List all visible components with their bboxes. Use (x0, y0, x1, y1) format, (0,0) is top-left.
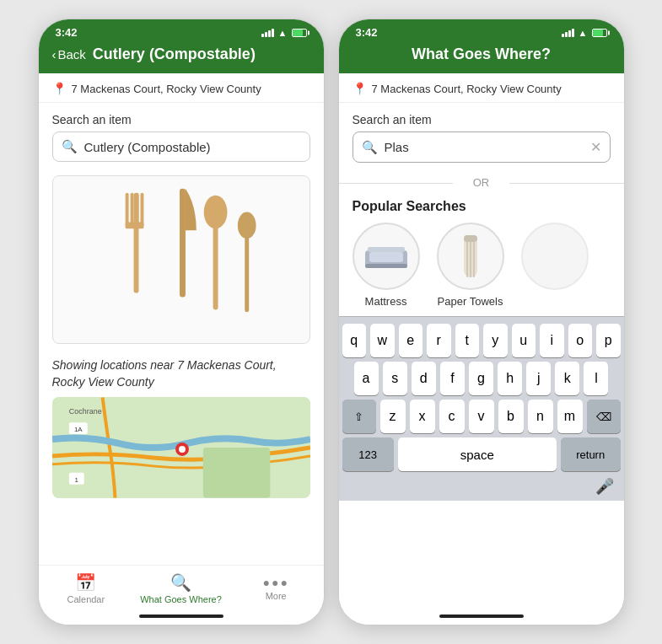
popular-item-paper-towels[interactable]: Paper Towels (437, 223, 504, 308)
phone-body-right: 📍 7 Mackenas Court, Rocky View County Se… (339, 73, 624, 608)
search-nav-icon: 🔍 (170, 572, 191, 593)
svg-rect-7 (213, 226, 218, 309)
bottom-nav-left: 📅 Calendar 🔍 What Goes Where? ●●● More (39, 565, 324, 608)
map-box[interactable]: 1A 1 Cochrane (52, 397, 310, 498)
svg-rect-4 (140, 193, 143, 227)
svg-point-8 (203, 196, 227, 229)
key-q[interactable]: q (342, 324, 367, 357)
location-row-right: 📍 7 Mackenas Court, Rocky View County (339, 73, 624, 103)
key-t[interactable]: t (455, 324, 480, 357)
key-l[interactable]: l (584, 362, 608, 395)
mattress-label: Mattress (365, 295, 407, 308)
key-o[interactable]: o (568, 324, 593, 357)
nav-calendar-label: Calendar (67, 594, 105, 604)
key-f[interactable]: f (440, 362, 465, 395)
paper-towels-circle (437, 223, 504, 290)
shift-key[interactable]: ⇧ (342, 400, 376, 433)
key-u[interactable]: u (512, 324, 536, 357)
key-h[interactable]: h (498, 362, 522, 395)
keyboard-row-2: a s d f g h j k l (354, 362, 609, 395)
battery-icon (292, 29, 307, 37)
svg-rect-22 (365, 264, 407, 268)
key-p[interactable]: p (596, 324, 621, 357)
time-left: 3:42 (56, 26, 78, 39)
svg-rect-3 (135, 193, 138, 227)
key-m[interactable]: m (557, 400, 583, 433)
svg-text:1: 1 (74, 476, 78, 484)
popular-items: Mattress Paper Towels (339, 223, 624, 316)
numbers-key[interactable]: 123 (342, 437, 394, 471)
page-title-left: Cutlery (Compostable) (93, 46, 256, 63)
keyboard-row-3: ⇧ z x c v b n m ⌫ (342, 400, 621, 433)
time-right: 3:42 (356, 26, 378, 39)
nav-calendar[interactable]: 📅 Calendar (39, 572, 134, 604)
key-d[interactable]: d (412, 362, 436, 395)
location-address-left: 7 Mackenas Court, Rocky View County (72, 83, 261, 95)
keyboard-row-1: q w e r t y u i o p (342, 324, 621, 357)
mic-icon[interactable]: 🎤 (595, 477, 614, 496)
back-button[interactable]: ‹ Back (52, 47, 86, 62)
back-label: Back (58, 47, 86, 62)
search-value-right: Plas (385, 140, 584, 154)
search-section-right: Search an item 🔍 Plas ✕ (339, 103, 624, 169)
key-c[interactable]: c (439, 400, 465, 433)
nav-more[interactable]: ●●● More (229, 572, 324, 604)
search-box-left[interactable]: 🔍 Cutlery (Compostable) (52, 131, 310, 162)
cutlery-image-box (52, 175, 310, 344)
nav-more-label: More (266, 591, 287, 601)
search-icon-left: 🔍 (62, 139, 78, 154)
paper-towels-label: Paper Towels (438, 295, 503, 308)
status-bar-right: 3:42 ▲ (339, 19, 624, 42)
wifi-icon-right: ▲ (579, 28, 588, 38)
svg-point-10 (237, 212, 256, 239)
phone-body-left: 📍 7 Mackenas Court, Rocky View County Se… (39, 73, 324, 565)
key-n[interactable]: n (528, 400, 553, 433)
key-w[interactable]: w (370, 324, 395, 357)
key-s[interactable]: s (383, 362, 407, 395)
header-left: ‹ Back Cutlery (Compostable) (39, 42, 324, 73)
key-r[interactable]: r (427, 324, 451, 357)
svg-rect-23 (369, 252, 403, 262)
search-section-left: Search an item 🔍 Cutlery (Compostable) (39, 103, 324, 169)
key-a[interactable]: a (354, 362, 379, 395)
popular-item-mattress[interactable]: Mattress (353, 223, 420, 308)
search-value-left: Cutlery (Compostable) (84, 140, 301, 154)
svg-rect-21 (368, 247, 405, 252)
home-indicator-left (39, 608, 324, 625)
location-row-left: 📍 7 Mackenas Court, Rocky View County (39, 73, 324, 103)
search-icon-right: 🔍 (362, 140, 378, 155)
key-b[interactable]: b (498, 400, 524, 433)
right-phone: 3:42 ▲ What Goes Where? 📍 (338, 19, 625, 625)
svg-text:Cochrane: Cochrane (68, 407, 101, 416)
status-bar-left: 3:42 ▲ (39, 19, 324, 42)
showing-locations-text: Showing locations near 7 Mackenas Court,… (52, 357, 310, 390)
backspace-key[interactable]: ⌫ (587, 400, 621, 433)
svg-rect-12 (202, 448, 269, 498)
mic-row: 🎤 (342, 475, 621, 497)
key-i[interactable]: i (540, 324, 564, 357)
svg-rect-2 (130, 193, 133, 227)
key-j[interactable]: j (526, 362, 551, 395)
chevron-left-icon: ‹ (52, 47, 57, 62)
key-g[interactable]: g (469, 362, 493, 395)
svg-point-14 (179, 446, 186, 453)
return-key[interactable]: return (561, 437, 621, 471)
home-indicator-right (339, 608, 624, 625)
nav-what-goes-where[interactable]: 🔍 What Goes Where? (133, 572, 229, 604)
space-key[interactable]: space (398, 437, 557, 471)
key-v[interactable]: v (469, 400, 494, 433)
svg-rect-5 (125, 222, 143, 228)
map-illustration: 1A 1 Cochrane (52, 397, 310, 498)
key-z[interactable]: z (380, 400, 406, 433)
wifi-icon: ▲ (278, 28, 288, 38)
popular-item-more[interactable] (521, 223, 589, 308)
search-box-right[interactable]: 🔍 Plas ✕ (353, 131, 611, 163)
key-y[interactable]: y (483, 324, 508, 357)
key-k[interactable]: k (555, 362, 579, 395)
clear-search-icon[interactable]: ✕ (590, 139, 601, 155)
svg-rect-9 (245, 237, 249, 312)
key-e[interactable]: e (399, 324, 423, 357)
key-x[interactable]: x (410, 400, 435, 433)
search-label-right: Search an item (353, 113, 611, 126)
location-pin-icon-right: 📍 (353, 82, 367, 95)
